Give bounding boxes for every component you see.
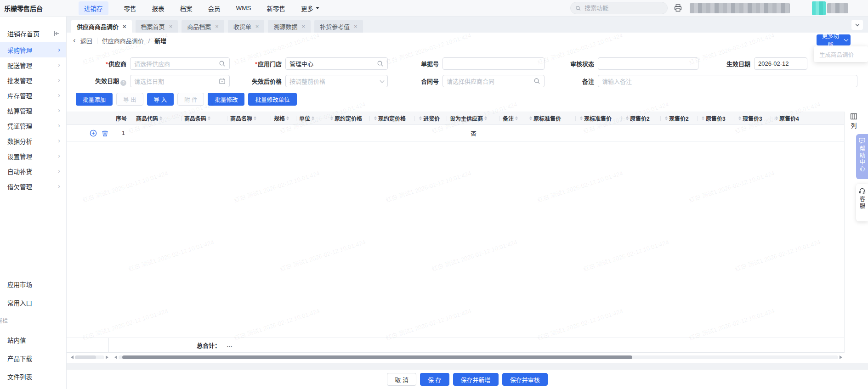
scrollbar-thumb[interactable] (122, 355, 632, 359)
toolbar-button[interactable]: 批量修改 (208, 93, 244, 106)
column-header[interactable]: 原标准售价 (525, 112, 576, 124)
customer-service-tab[interactable]: 客服 (856, 184, 868, 221)
field-input[interactable]: 请输入备注 (598, 75, 857, 87)
sort-icon[interactable] (775, 115, 778, 122)
column-header[interactable]: 现售价2 (661, 112, 698, 124)
scroll-left-icon[interactable] (69, 355, 74, 359)
scroll-left-icon[interactable] (113, 355, 117, 359)
sidebar-item[interactable]: 库存管理 › (0, 88, 66, 103)
sidebar-item[interactable]: 设置管理 › (0, 148, 66, 163)
field-input[interactable]: 按调整前价格 (285, 75, 388, 87)
field-input[interactable] (443, 57, 545, 70)
sort-icon[interactable] (626, 115, 629, 122)
topnav-item[interactable]: WMS (236, 5, 251, 11)
document-tab[interactable]: 供应商商品调价 × (71, 20, 132, 33)
close-icon[interactable]: × (255, 23, 259, 30)
topnav-item[interactable]: 档案 (180, 4, 193, 13)
tab-list-dropdown-button[interactable] (851, 20, 863, 30)
scrollbar-track[interactable] (75, 355, 104, 359)
chevron-down-icon[interactable] (380, 78, 385, 83)
column-header[interactable]: 进货价 (415, 112, 447, 124)
footer-action-button[interactable]: 保 存 (420, 373, 449, 386)
help-center-tab[interactable]: 帮助中心 (856, 134, 868, 179)
sidebar-item[interactable]: 批发管理 › (0, 73, 66, 88)
delete-row-icon[interactable] (102, 130, 108, 137)
close-icon[interactable]: × (301, 23, 305, 30)
sort-icon[interactable] (529, 115, 532, 122)
add-row-icon[interactable] (90, 130, 97, 137)
sort-icon[interactable] (702, 115, 704, 122)
sidebar-home-link[interactable]: 进销存首页 (0, 27, 66, 40)
sidebar-item[interactable]: 凭证管理 › (0, 118, 66, 133)
column-header[interactable]: 原售价3 (698, 112, 734, 124)
sort-icon[interactable] (159, 115, 162, 122)
field-input[interactable]: 请选择供应商 (130, 57, 230, 70)
topnav-item[interactable]: 会员 (208, 4, 221, 13)
sidebar-item[interactable]: 数据分析 › (0, 133, 66, 148)
scroll-right-icon[interactable] (106, 355, 110, 359)
sidebar-item[interactable]: 应用市场 (0, 275, 66, 293)
document-tab[interactable]: 收货单 × (228, 20, 265, 33)
close-icon[interactable]: × (215, 23, 219, 30)
document-tab[interactable]: 溯源数据 × (268, 20, 311, 33)
column-header[interactable]: 现标准售价 (576, 112, 622, 124)
sort-icon[interactable] (286, 115, 289, 122)
sort-icon[interactable] (665, 115, 668, 122)
scrollbar-track[interactable] (119, 355, 838, 359)
topnav-item[interactable]: 进销存 (79, 1, 108, 15)
topnav-item[interactable]: 零售 (124, 4, 136, 13)
frozen-pane-scrollbar[interactable] (69, 355, 110, 360)
toolbar-button[interactable]: 导 出 (116, 93, 143, 106)
info-icon[interactable]: ? (120, 80, 126, 86)
sort-icon[interactable] (374, 115, 377, 122)
toolbar-button[interactable]: 批量修改单位 (248, 93, 296, 106)
close-icon[interactable]: × (354, 23, 357, 30)
document-tab[interactable]: 补货参考值 × (314, 20, 363, 33)
sort-icon[interactable] (330, 115, 333, 122)
toolbar-button[interactable]: 批量添加 (76, 93, 113, 106)
field-input[interactable]: 管理中心 (285, 57, 388, 70)
sort-icon[interactable] (419, 115, 422, 122)
toolbar-button[interactable]: 附 件 (177, 93, 204, 106)
sidebar-item[interactable]: 结算管理 › (0, 103, 66, 118)
column-header[interactable]: 商品代码 (133, 112, 182, 124)
sort-icon[interactable] (515, 115, 518, 122)
column-header[interactable]: 原售价4 (771, 112, 845, 124)
calendar-icon[interactable] (219, 78, 226, 85)
column-header[interactable]: 商品名称 (227, 112, 271, 124)
sidebar-item[interactable]: 自动补货 › (0, 163, 66, 179)
printer-icon[interactable] (674, 4, 682, 12)
search-icon[interactable] (219, 60, 226, 67)
table-row[interactable]: 1 否 (67, 125, 844, 142)
sort-icon[interactable] (254, 115, 256, 122)
table-horizontal-scrollbar[interactable] (113, 355, 844, 360)
document-tab[interactable]: 商品档案 × (182, 20, 224, 33)
back-link[interactable]: 返回 (80, 36, 92, 45)
more-functions-button[interactable]: 更多功能 (817, 34, 851, 45)
footer-action-button[interactable]: 保存并新增 (453, 373, 499, 386)
breadcrumb-parent[interactable]: 供应商商品调价 (102, 36, 144, 45)
field-input[interactable]: 请选择日期 (130, 75, 230, 87)
sidebar-item[interactable]: 文件列表 (0, 367, 66, 386)
sidebar-item[interactable]: 常用入口 (0, 293, 66, 312)
column-header[interactable]: 原售价2 (622, 112, 661, 124)
back-arrow-icon[interactable]: ‹ (73, 36, 76, 44)
document-tab[interactable]: 档案首页 × (136, 20, 178, 33)
close-icon[interactable]: × (169, 23, 173, 30)
column-header[interactable]: 现约定价格 (370, 112, 415, 124)
sidebar-item[interactable]: 站内信 (0, 331, 66, 349)
search-icon[interactable] (377, 60, 384, 67)
field-input[interactable]: 请选择供应商合同 (443, 75, 545, 87)
column-header[interactable]: 单位 (296, 112, 326, 124)
field-input[interactable]: 2026-02-12 (754, 57, 807, 70)
sidebar-item[interactable]: 配送管理 › (0, 57, 66, 73)
topnav-item[interactable]: 更多 (301, 4, 319, 13)
column-header[interactable]: 原约定价格 (326, 112, 370, 124)
column-header[interactable]: 设为主供应商 (447, 112, 500, 124)
footer-action-button[interactable]: 保存并审核 (502, 373, 548, 386)
sort-icon[interactable] (738, 115, 741, 122)
sort-icon[interactable] (312, 115, 314, 122)
column-header[interactable]: 商品条码 (182, 112, 227, 124)
sort-icon[interactable] (484, 115, 487, 122)
sidebar-item[interactable]: 借欠管理 › (0, 179, 66, 194)
